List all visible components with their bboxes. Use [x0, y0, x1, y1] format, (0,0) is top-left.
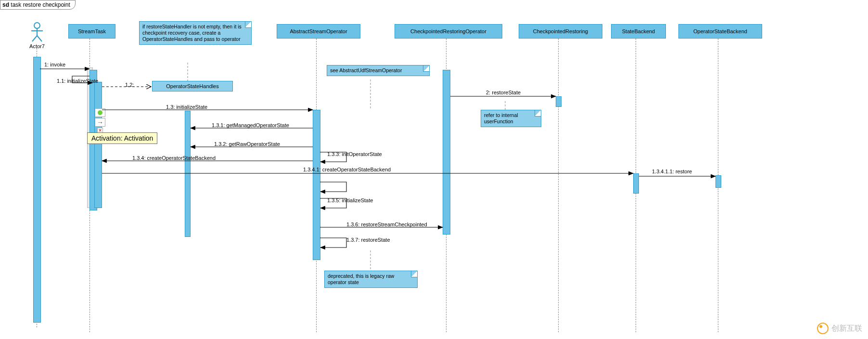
actor-icon	[30, 22, 44, 42]
msg-1-3-1: 1.3.1: getManagedOperatorState	[212, 122, 289, 128]
activation-checkpointedrestoring	[556, 96, 562, 107]
lifeline-checkpointedrestoring	[558, 39, 559, 332]
activation-operatorstatehandles	[185, 111, 191, 237]
arrows-layer	[0, 0, 868, 339]
svg-line-4	[37, 36, 42, 41]
frame-title: task restore checkpoint	[11, 1, 70, 8]
msg-1-3-6: 1.3.6: restoreStreamCheckpointed	[346, 222, 427, 227]
msg-1-3-7: 1.3.7: restoreState	[346, 237, 390, 243]
note-deprecated: deprecated, this is legacy raw operator …	[324, 271, 418, 288]
watermark-text: 创新互联	[831, 324, 862, 334]
activation-icons	[95, 108, 105, 134]
frame-prefix: sd	[2, 1, 9, 8]
msg-1-3: 1.3: initializeState	[166, 104, 207, 110]
msg-1-3-3: 1.3.3: initOperatorState	[327, 151, 382, 157]
activation-icon-green	[95, 108, 105, 117]
note-recovery: if restoreStateHandler is not empty, the…	[139, 21, 252, 45]
participant-statebackend: StateBackend	[611, 24, 666, 39]
msg-1-3-4-1-1: 1.3.4.1.1: restore	[652, 169, 692, 174]
msg-1-2: 1.2:	[125, 82, 134, 88]
actor-actor7: Actor7	[27, 22, 47, 49]
svg-line-3	[32, 36, 37, 41]
activation-actor	[33, 57, 41, 323]
actor-label: Actor7	[27, 43, 47, 49]
note-refer-internal: refer to internal userFunction	[481, 110, 541, 127]
svg-point-0	[34, 23, 40, 28]
msg-1-3-5: 1.3.5: initializeState	[327, 197, 373, 203]
msg-1: 1: invoke	[44, 62, 65, 67]
msg-1-3-4: 1.3.4: createOperatorStateBackend	[132, 155, 216, 161]
participant-checkpointedrestoringoperator: CheckpointedRestoringOperator	[395, 24, 502, 39]
participant-streamtask: StreamTask	[68, 24, 115, 39]
activation-checkpointedrestoringoperator	[443, 70, 450, 235]
note-see-abstract: see AbstractUdfStreamOperator	[327, 65, 430, 76]
activation-icon-arrow	[95, 118, 105, 127]
msg-1-1: 1.1: initializeState	[57, 78, 98, 84]
participant-abstractstreamoperator: AbstractStreamOperator	[277, 24, 360, 39]
watermark-logo-icon	[817, 323, 829, 334]
participant-operatorstatebackend: OperatorStateBackend	[678, 24, 762, 39]
watermark: 创新互联	[817, 323, 862, 334]
msg-2: 2: restoreState	[486, 90, 521, 95]
object-operatorstatehandles: OperatorStateHandles	[152, 81, 233, 91]
msg-1-3-4-1: 1.3.4.1: createOperatorStateBackend	[303, 167, 391, 172]
tooltip-activation: Activation: Activation	[87, 132, 157, 144]
msg-1-3-2: 1.3.2: getRawOperatorState	[214, 141, 280, 147]
frame-tab: sd task restore checkpoint	[0, 0, 76, 10]
activation-abstractstreamoperator	[313, 110, 320, 260]
activation-streamtask-inner	[94, 82, 102, 208]
participant-checkpointedrestoring: CheckpointedRestoring	[519, 24, 602, 39]
activation-statebackend	[633, 173, 639, 194]
activation-operatorstatebackend	[715, 175, 721, 188]
